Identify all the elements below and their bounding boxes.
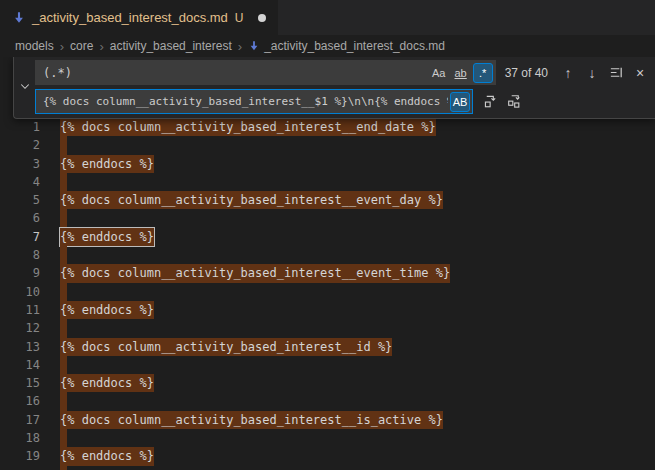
results-count: 37 of 40 <box>505 66 548 80</box>
line-number: 14 <box>0 356 40 374</box>
find-match-highlight: {% docs column__activity_based_interest_… <box>60 411 443 429</box>
find-match-highlight: {% docs column__activity_based_interest_… <box>60 191 443 209</box>
markdown-file-icon <box>12 11 26 25</box>
line-number: 20 <box>0 466 40 470</box>
line-number: 7 <box>0 228 40 246</box>
tab-bar: _activity_based_interest_docs.md U <box>0 0 655 35</box>
match-case-toggle[interactable]: Aa <box>429 63 449 83</box>
empty-line-match-highlight <box>60 392 67 410</box>
empty-line-match-highlight <box>60 319 67 337</box>
replace-input-value: {% docs column__activity_based_interest_… <box>43 95 448 108</box>
empty-line-match-highlight <box>60 356 67 374</box>
code-line[interactable]: {% docs column__activity_based_interest_… <box>60 411 450 429</box>
close-button[interactable]: × <box>629 62 651 84</box>
empty-line-match-highlight <box>60 173 67 191</box>
breadcrumb: models › core › activity_based_interest … <box>0 35 655 57</box>
find-in-selection-icon <box>609 65 624 80</box>
line-number: 1 <box>0 118 40 136</box>
find-replace-widget: (.*) Aa ab .* 37 of 40 ↑ ↓ × <box>13 57 655 119</box>
git-status-badge: U <box>235 11 244 25</box>
vscode-window: _activity_based_interest_docs.md U model… <box>0 0 655 470</box>
empty-line-match-highlight <box>60 466 67 470</box>
find-match-highlight: {% enddocs %} <box>60 228 154 246</box>
breadcrumb-item-core[interactable]: core <box>70 39 93 53</box>
code-line[interactable] <box>60 356 450 374</box>
line-number: 18 <box>0 429 40 447</box>
code-line[interactable] <box>60 283 450 301</box>
code-line[interactable] <box>60 392 450 410</box>
find-match-highlight: {% enddocs %} <box>60 301 154 319</box>
line-number: 15 <box>0 374 40 392</box>
line-number: 8 <box>0 246 40 264</box>
empty-line-match-highlight <box>60 136 67 154</box>
code-line[interactable] <box>60 209 450 227</box>
line-number: 13 <box>0 338 40 356</box>
code-line[interactable] <box>60 246 450 264</box>
chevron-right-icon: › <box>99 39 103 54</box>
toggle-replace-button[interactable] <box>14 60 35 114</box>
regex-toggle[interactable]: .* <box>473 63 493 83</box>
chevron-down-icon <box>19 78 31 96</box>
code-line[interactable] <box>60 136 450 154</box>
breadcrumb-item-models[interactable]: models <box>15 39 54 53</box>
replace-button[interactable] <box>479 91 501 113</box>
line-number: 19 <box>0 447 40 465</box>
line-number: 3 <box>0 155 40 173</box>
replace-all-button[interactable] <box>503 91 525 113</box>
line-number: 17 <box>0 411 40 429</box>
unsaved-changes-dot[interactable] <box>258 14 266 22</box>
empty-line-match-highlight <box>60 209 67 227</box>
whole-word-toggle[interactable]: ab <box>451 63 471 83</box>
find-match-highlight: {% enddocs %} <box>60 155 154 173</box>
previous-match-button[interactable]: ↑ <box>557 62 579 84</box>
code-area[interactable]: {% docs column__activity_based_interest_… <box>40 118 450 470</box>
editor[interactable]: 1234567891011121314151617181920 {% docs … <box>0 57 655 470</box>
code-line[interactable]: {% enddocs %} <box>60 301 450 319</box>
line-number: 12 <box>0 319 40 337</box>
preserve-case-toggle[interactable]: AB <box>450 92 470 112</box>
line-number: 5 <box>0 191 40 209</box>
replace-input[interactable]: {% docs column__activity_based_interest_… <box>35 89 473 114</box>
code-line[interactable] <box>60 173 450 191</box>
replace-all-icon <box>507 94 522 109</box>
breadcrumb-item-activity-based-interest[interactable]: activity_based_interest <box>110 39 232 53</box>
find-in-selection-button[interactable] <box>605 62 627 84</box>
code-line[interactable] <box>60 429 450 447</box>
empty-line-match-highlight <box>60 429 67 447</box>
code-line[interactable] <box>60 466 450 470</box>
next-match-button[interactable]: ↓ <box>581 62 603 84</box>
breadcrumb-file-label: _activity_based_interest_docs.md <box>264 39 445 53</box>
editor-tab[interactable]: _activity_based_interest_docs.md U <box>0 0 278 35</box>
code-line[interactable]: {% enddocs %} <box>60 374 450 392</box>
line-number: 11 <box>0 301 40 319</box>
code-line[interactable]: {% docs column__activity_based_interest_… <box>60 191 450 209</box>
find-match-highlight: {% docs column__activity_based_interest_… <box>60 338 392 356</box>
replace-row: {% docs column__activity_based_interest_… <box>35 89 651 114</box>
replace-icon <box>483 94 498 109</box>
find-match-highlight: {% enddocs %} <box>60 447 154 465</box>
find-match-highlight: {% enddocs %} <box>60 374 154 392</box>
line-number: 9 <box>0 264 40 282</box>
breadcrumb-item-file[interactable]: _activity_based_interest_docs.md <box>248 39 445 53</box>
code-line[interactable]: {% docs column__activity_based_interest_… <box>60 264 450 282</box>
empty-line-match-highlight <box>60 246 67 264</box>
chevron-right-icon: › <box>60 39 64 54</box>
line-number: 4 <box>0 173 40 191</box>
find-input-value: (.*) <box>43 66 427 80</box>
code-line[interactable] <box>60 319 450 337</box>
find-match-highlight: {% docs column__activity_based_interest_… <box>60 264 450 282</box>
code-line[interactable]: {% enddocs %} <box>60 228 450 246</box>
find-match-highlight: {% docs column__activity_based_interest_… <box>60 118 436 136</box>
line-number: 6 <box>0 209 40 227</box>
code-line[interactable]: {% docs column__activity_based_interest_… <box>60 338 450 356</box>
empty-line-match-highlight <box>60 283 67 301</box>
find-row: (.*) Aa ab .* 37 of 40 ↑ ↓ × <box>35 60 651 85</box>
code-line[interactable]: {% enddocs %} <box>60 155 450 173</box>
line-number: 2 <box>0 136 40 154</box>
chevron-right-icon: › <box>238 39 242 54</box>
line-number: 10 <box>0 283 40 301</box>
code-viewport: 1234567891011121314151617181920 {% docs … <box>0 118 655 470</box>
code-line[interactable]: {% docs column__activity_based_interest_… <box>60 118 450 136</box>
find-input[interactable]: (.*) Aa ab .* <box>35 60 496 85</box>
code-line[interactable]: {% enddocs %} <box>60 447 450 465</box>
